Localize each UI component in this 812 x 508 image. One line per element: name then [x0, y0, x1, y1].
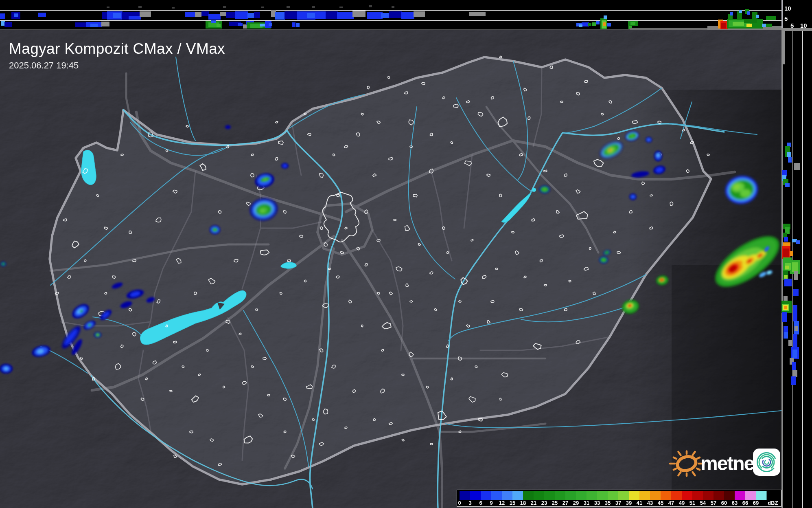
dbz-cell [608, 491, 619, 500]
dbz-tick: 60 [721, 500, 727, 506]
echo-pixel [794, 271, 798, 280]
dbz-cell [745, 491, 756, 500]
metnet-logo[interactable]: metnet [668, 443, 784, 482]
echo-pixel [469, 12, 486, 16]
radar-cell [94, 332, 101, 338]
dbz-cell [703, 491, 714, 500]
dbz-cell [692, 491, 703, 500]
dbz-cell [639, 491, 650, 500]
dbz-cell [629, 491, 640, 500]
echo-pixel [287, 6, 290, 8]
echo-pixel [785, 266, 789, 269]
echo-pixel [337, 12, 354, 19]
echo-pixel [414, 11, 425, 17]
top-cross-section-plot [0, 0, 781, 30]
echo-pixel [339, 7, 343, 8]
echo-pixel [784, 306, 787, 309]
dbz-tick: 47 [668, 500, 674, 506]
radar-cell [281, 163, 289, 169]
echo-pixel [766, 16, 776, 20]
radar-cell [539, 185, 550, 194]
dbz-cell [523, 491, 534, 500]
dbz-tick: 49 [679, 500, 685, 506]
echo-pixel [269, 23, 272, 26]
dbz-tick: 37 [615, 500, 621, 506]
title-block: Magyar Kompozit CMax / VMax 2025.06.27 1… [9, 40, 225, 71]
echo-pixel [138, 6, 142, 8]
dbz-cell [481, 491, 492, 500]
dbz-legend: 0369121518212325272931333537394143454749… [457, 490, 781, 507]
echo-pixel [208, 14, 221, 20]
dbz-cell [724, 491, 735, 500]
echo-pixel [261, 7, 264, 8]
echo-pixel [392, 6, 394, 8]
echo-pixel [762, 24, 766, 27]
dbz-tick: 0 [458, 500, 461, 506]
echo-pixel [792, 362, 796, 370]
echo-pixel [296, 23, 300, 27]
radar-app-stage: Magyar Kompozit CMax / VMax 2025.06.27 1… [0, 0, 812, 508]
echo-pixel [292, 22, 295, 27]
echo-pixel [792, 350, 797, 358]
echo-pixel [223, 6, 226, 8]
echo-pixel [369, 5, 372, 7]
echo-pixel [630, 22, 635, 25]
echo-pixel [185, 12, 196, 17]
dbz-tick: 21 [531, 500, 536, 506]
dbz-cell [618, 491, 629, 500]
echo-pixel [381, 13, 390, 18]
echo-pixel [730, 12, 733, 15]
dbz-tick: 9 [490, 500, 492, 506]
echo-pixel [783, 249, 789, 257]
echo-pixel [793, 289, 799, 296]
echo-pixel [217, 24, 221, 27]
echo-pixel [739, 10, 742, 13]
echo-pixel [579, 24, 582, 27]
echo-pixel [315, 11, 326, 19]
dbz-tick: 43 [647, 500, 653, 506]
dbz-tick: 54 [700, 500, 706, 506]
echo-pixel [195, 12, 201, 17]
dbz-tick: 69 [753, 500, 759, 506]
timestamp: 2025.06.27 19:45 [9, 60, 225, 71]
echo-pixel [796, 240, 800, 244]
echo-pixel [588, 23, 591, 26]
echo-pixel [352, 11, 366, 17]
echo-pixel [14, 13, 18, 17]
map-canvas: Magyar Kompozit CMax / VMax 2025.06.27 1… [0, 30, 781, 508]
echo-pixel [596, 21, 600, 24]
radar-cell [0, 262, 6, 266]
echo-pixel [312, 6, 315, 8]
echo-pixel [113, 13, 121, 18]
dbz-tick: 25 [552, 500, 558, 506]
dbz-tick: 12 [499, 500, 505, 506]
echo-pixel [784, 332, 788, 339]
dbz-cell [555, 491, 566, 500]
top-cross-section-panel [0, 0, 781, 30]
dbz-tick: 18 [520, 500, 526, 506]
dbz-scale: 0369121518212325272931333537394143454749… [457, 490, 781, 506]
echo-pixel [766, 24, 772, 27]
echo-pixel [129, 16, 141, 20]
top-axis-label-10: 10 [784, 5, 791, 11]
dbz-tick: 33 [594, 500, 600, 506]
dbz-unit: dBZ [768, 500, 778, 506]
echo-pixel [4, 22, 12, 27]
corner-axis-panel: 10 5 5 10 [781, 0, 812, 30]
dbz-cell [597, 491, 608, 500]
echo-pixel [389, 11, 402, 18]
echo-pixel [307, 13, 316, 18]
echo-pixel [785, 183, 790, 187]
echo-pixel [247, 13, 254, 18]
echo-pixel [784, 279, 792, 286]
echo-pixel [275, 12, 285, 20]
dbz-tick: 51 [689, 500, 695, 506]
dbz-cell [735, 491, 746, 500]
radar-cell [210, 225, 220, 234]
dbz-cell [565, 491, 576, 500]
echo-pixel [211, 20, 216, 23]
echo-pixel [75, 22, 87, 27]
right-cross-section-panel [781, 30, 812, 508]
dbz-cell [682, 491, 693, 500]
echo-pixel [592, 22, 596, 26]
